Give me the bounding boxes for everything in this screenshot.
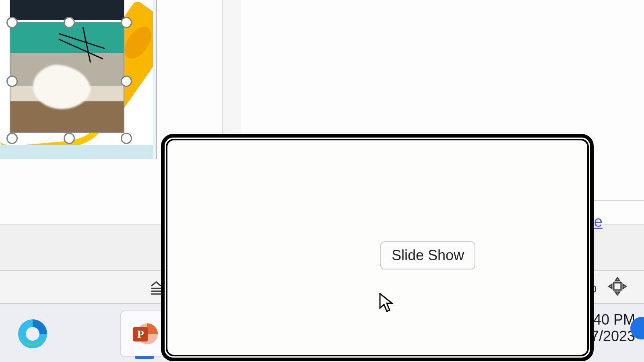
resize-handle-tc[interactable] [64,17,75,28]
fit-icon [608,277,627,296]
mouse-cursor-icon [378,293,394,315]
edge-icon [17,318,48,350]
slide-editor[interactable] [0,0,157,159]
resize-handle-br[interactable] [121,133,132,144]
powerpoint-icon: P [130,320,159,348]
resize-handle-mr[interactable] [121,76,132,87]
edge-taskbar-icon[interactable] [9,311,56,356]
fit-to-window-button[interactable] [608,277,627,297]
resize-handle-tr[interactable] [121,17,132,28]
svg-text:P: P [137,328,144,340]
slideshow-tooltip: Slide Show [380,241,475,269]
resize-handle-tl[interactable] [6,17,18,28]
resize-handle-bl[interactable] [6,133,18,144]
image-selected[interactable] [10,22,124,133]
resize-handle-ml[interactable] [6,76,18,87]
overlay-frame [161,134,594,361]
svg-point-26 [26,327,39,341]
resize-handle-bc[interactable] [64,133,75,144]
svg-rect-24 [614,283,621,290]
